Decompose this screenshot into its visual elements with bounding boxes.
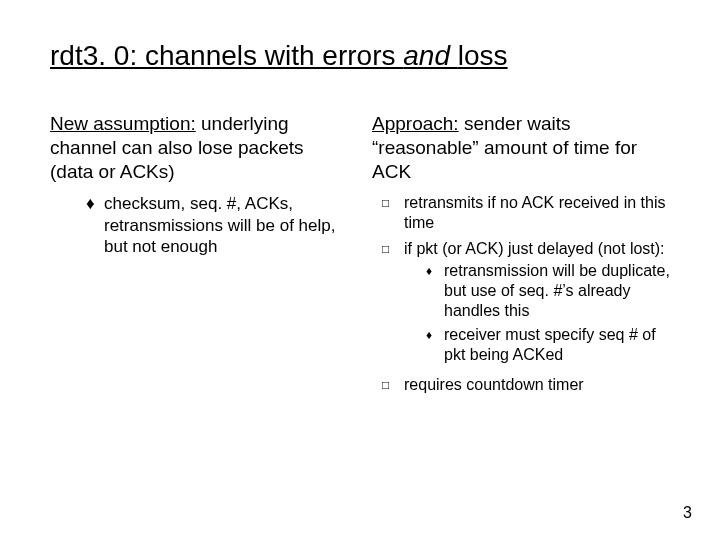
- diamond-icon: ♦: [426, 261, 444, 321]
- left-block: New assumption: underlying channel can a…: [50, 112, 348, 183]
- right-box-item-1: □ retransmits if no ACK received in this…: [382, 193, 670, 233]
- right-b2b: receiver must specify seq # of pkt being…: [444, 325, 670, 365]
- left-lead: New assumption:: [50, 113, 196, 134]
- title-text-a: rdt3. 0: channels with errors: [50, 40, 403, 71]
- right-b2b-item: ♦ receiver must specify seq # of pkt bei…: [426, 325, 670, 365]
- box-icon: □: [382, 239, 404, 369]
- right-boxlist: □ retransmits if no ACK received in this…: [372, 193, 670, 395]
- left-column: New assumption: underlying channel can a…: [50, 112, 348, 401]
- left-sub-text: checksum, seq. #, ACKs, retransmissions …: [104, 193, 348, 257]
- right-column: Approach: sender waits “reasonable” amou…: [372, 112, 670, 401]
- left-sublist: ♦ checksum, seq. #, ACKs, retransmission…: [50, 193, 348, 257]
- left-sub-item: ♦ checksum, seq. #, ACKs, retransmission…: [86, 193, 348, 257]
- title-text-b: loss: [458, 40, 508, 71]
- content-columns: New assumption: underlying channel can a…: [50, 112, 670, 401]
- diamond-icon: ♦: [426, 325, 444, 365]
- right-b2a-item: ♦ retransmission will be duplicate, but …: [426, 261, 670, 321]
- slide: rdt3. 0: channels with errors and loss N…: [0, 0, 720, 540]
- page-number: 3: [683, 504, 692, 522]
- right-b2-sublist: ♦ retransmission will be duplicate, but …: [404, 261, 670, 365]
- right-lead: Approach:: [372, 113, 459, 134]
- right-b3: requires countdown timer: [404, 375, 670, 395]
- right-b2: if pkt (or ACK) just delayed (not lost):: [404, 240, 665, 257]
- diamond-icon: ♦: [86, 193, 104, 257]
- right-block: Approach: sender waits “reasonable” amou…: [372, 112, 670, 183]
- right-b2-wrap: if pkt (or ACK) just delayed (not lost):…: [404, 239, 670, 369]
- box-icon: □: [382, 193, 404, 233]
- slide-title: rdt3. 0: channels with errors and loss: [50, 40, 670, 72]
- title-text-italic: and: [403, 40, 458, 71]
- right-b1: retransmits if no ACK received in this t…: [404, 193, 670, 233]
- box-icon: □: [382, 375, 404, 395]
- right-box-item-2: □ if pkt (or ACK) just delayed (not lost…: [382, 239, 670, 369]
- right-box-item-3: □ requires countdown timer: [382, 375, 670, 395]
- right-b2a: retransmission will be duplicate, but us…: [444, 261, 670, 321]
